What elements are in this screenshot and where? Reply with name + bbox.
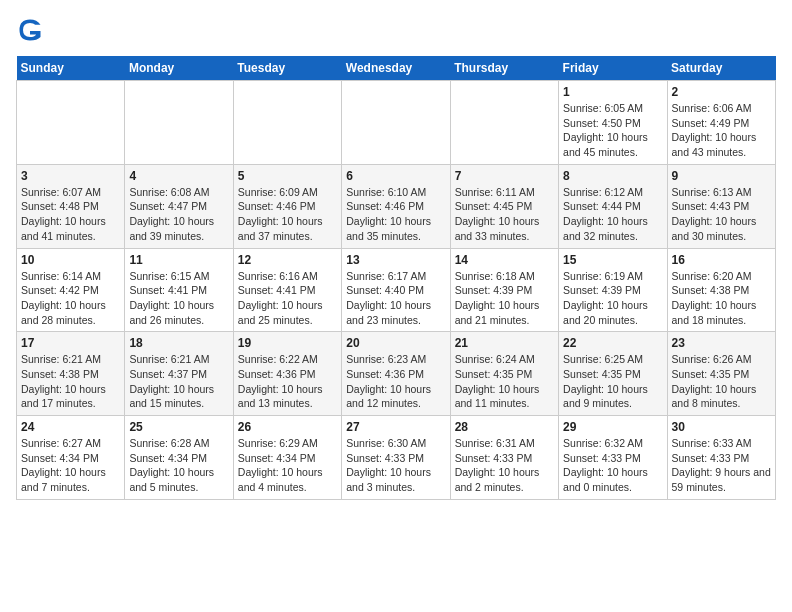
day-info: Sunrise: 6:08 AM Sunset: 4:47 PM Dayligh… [129, 185, 228, 244]
day-number: 19 [238, 336, 337, 350]
calendar-header: SundayMondayTuesdayWednesdayThursdayFrid… [17, 56, 776, 81]
day-cell: 28Sunrise: 6:31 AM Sunset: 4:33 PM Dayli… [450, 416, 558, 500]
day-info: Sunrise: 6:22 AM Sunset: 4:36 PM Dayligh… [238, 352, 337, 411]
day-cell: 12Sunrise: 6:16 AM Sunset: 4:41 PM Dayli… [233, 248, 341, 332]
day-number: 1 [563, 85, 662, 99]
day-number: 22 [563, 336, 662, 350]
day-info: Sunrise: 6:33 AM Sunset: 4:33 PM Dayligh… [672, 436, 771, 495]
day-info: Sunrise: 6:14 AM Sunset: 4:42 PM Dayligh… [21, 269, 120, 328]
day-cell: 16Sunrise: 6:20 AM Sunset: 4:38 PM Dayli… [667, 248, 775, 332]
day-number: 11 [129, 253, 228, 267]
day-number: 10 [21, 253, 120, 267]
day-cell: 8Sunrise: 6:12 AM Sunset: 4:44 PM Daylig… [559, 164, 667, 248]
day-number: 15 [563, 253, 662, 267]
header-day-saturday: Saturday [667, 56, 775, 81]
day-number: 16 [672, 253, 771, 267]
day-info: Sunrise: 6:05 AM Sunset: 4:50 PM Dayligh… [563, 101, 662, 160]
day-info: Sunrise: 6:27 AM Sunset: 4:34 PM Dayligh… [21, 436, 120, 495]
day-number: 12 [238, 253, 337, 267]
week-row-1: 1Sunrise: 6:05 AM Sunset: 4:50 PM Daylig… [17, 81, 776, 165]
day-number: 5 [238, 169, 337, 183]
day-cell: 29Sunrise: 6:32 AM Sunset: 4:33 PM Dayli… [559, 416, 667, 500]
day-cell: 20Sunrise: 6:23 AM Sunset: 4:36 PM Dayli… [342, 332, 450, 416]
day-cell: 24Sunrise: 6:27 AM Sunset: 4:34 PM Dayli… [17, 416, 125, 500]
day-cell: 9Sunrise: 6:13 AM Sunset: 4:43 PM Daylig… [667, 164, 775, 248]
day-cell: 18Sunrise: 6:21 AM Sunset: 4:37 PM Dayli… [125, 332, 233, 416]
day-cell: 21Sunrise: 6:24 AM Sunset: 4:35 PM Dayli… [450, 332, 558, 416]
day-cell: 1Sunrise: 6:05 AM Sunset: 4:50 PM Daylig… [559, 81, 667, 165]
day-cell: 22Sunrise: 6:25 AM Sunset: 4:35 PM Dayli… [559, 332, 667, 416]
day-info: Sunrise: 6:26 AM Sunset: 4:35 PM Dayligh… [672, 352, 771, 411]
day-number: 4 [129, 169, 228, 183]
day-info: Sunrise: 6:32 AM Sunset: 4:33 PM Dayligh… [563, 436, 662, 495]
day-number: 28 [455, 420, 554, 434]
day-cell [450, 81, 558, 165]
calendar-body: 1Sunrise: 6:05 AM Sunset: 4:50 PM Daylig… [17, 81, 776, 500]
day-number: 18 [129, 336, 228, 350]
day-info: Sunrise: 6:13 AM Sunset: 4:43 PM Dayligh… [672, 185, 771, 244]
day-cell: 15Sunrise: 6:19 AM Sunset: 4:39 PM Dayli… [559, 248, 667, 332]
day-info: Sunrise: 6:23 AM Sunset: 4:36 PM Dayligh… [346, 352, 445, 411]
day-number: 27 [346, 420, 445, 434]
day-number: 20 [346, 336, 445, 350]
day-number: 17 [21, 336, 120, 350]
day-cell: 11Sunrise: 6:15 AM Sunset: 4:41 PM Dayli… [125, 248, 233, 332]
day-cell: 17Sunrise: 6:21 AM Sunset: 4:38 PM Dayli… [17, 332, 125, 416]
day-cell: 13Sunrise: 6:17 AM Sunset: 4:40 PM Dayli… [342, 248, 450, 332]
day-info: Sunrise: 6:25 AM Sunset: 4:35 PM Dayligh… [563, 352, 662, 411]
logo [16, 16, 48, 44]
day-info: Sunrise: 6:11 AM Sunset: 4:45 PM Dayligh… [455, 185, 554, 244]
day-cell: 25Sunrise: 6:28 AM Sunset: 4:34 PM Dayli… [125, 416, 233, 500]
day-number: 24 [21, 420, 120, 434]
week-row-5: 24Sunrise: 6:27 AM Sunset: 4:34 PM Dayli… [17, 416, 776, 500]
logo-icon [16, 16, 44, 44]
day-cell: 26Sunrise: 6:29 AM Sunset: 4:34 PM Dayli… [233, 416, 341, 500]
header-day-monday: Monday [125, 56, 233, 81]
day-number: 23 [672, 336, 771, 350]
day-number: 29 [563, 420, 662, 434]
day-cell: 27Sunrise: 6:30 AM Sunset: 4:33 PM Dayli… [342, 416, 450, 500]
day-cell: 19Sunrise: 6:22 AM Sunset: 4:36 PM Dayli… [233, 332, 341, 416]
day-cell: 2Sunrise: 6:06 AM Sunset: 4:49 PM Daylig… [667, 81, 775, 165]
day-number: 9 [672, 169, 771, 183]
day-info: Sunrise: 6:06 AM Sunset: 4:49 PM Dayligh… [672, 101, 771, 160]
day-number: 6 [346, 169, 445, 183]
day-number: 25 [129, 420, 228, 434]
week-row-2: 3Sunrise: 6:07 AM Sunset: 4:48 PM Daylig… [17, 164, 776, 248]
header-day-wednesday: Wednesday [342, 56, 450, 81]
day-number: 30 [672, 420, 771, 434]
day-info: Sunrise: 6:20 AM Sunset: 4:38 PM Dayligh… [672, 269, 771, 328]
day-info: Sunrise: 6:09 AM Sunset: 4:46 PM Dayligh… [238, 185, 337, 244]
day-number: 8 [563, 169, 662, 183]
day-info: Sunrise: 6:18 AM Sunset: 4:39 PM Dayligh… [455, 269, 554, 328]
day-cell: 5Sunrise: 6:09 AM Sunset: 4:46 PM Daylig… [233, 164, 341, 248]
week-row-4: 17Sunrise: 6:21 AM Sunset: 4:38 PM Dayli… [17, 332, 776, 416]
day-info: Sunrise: 6:16 AM Sunset: 4:41 PM Dayligh… [238, 269, 337, 328]
page-header [16, 16, 776, 44]
day-info: Sunrise: 6:21 AM Sunset: 4:37 PM Dayligh… [129, 352, 228, 411]
header-day-thursday: Thursday [450, 56, 558, 81]
day-cell: 4Sunrise: 6:08 AM Sunset: 4:47 PM Daylig… [125, 164, 233, 248]
day-info: Sunrise: 6:07 AM Sunset: 4:48 PM Dayligh… [21, 185, 120, 244]
day-number: 13 [346, 253, 445, 267]
day-number: 26 [238, 420, 337, 434]
day-number: 3 [21, 169, 120, 183]
day-info: Sunrise: 6:17 AM Sunset: 4:40 PM Dayligh… [346, 269, 445, 328]
week-row-3: 10Sunrise: 6:14 AM Sunset: 4:42 PM Dayli… [17, 248, 776, 332]
day-info: Sunrise: 6:10 AM Sunset: 4:46 PM Dayligh… [346, 185, 445, 244]
day-info: Sunrise: 6:12 AM Sunset: 4:44 PM Dayligh… [563, 185, 662, 244]
day-cell: 7Sunrise: 6:11 AM Sunset: 4:45 PM Daylig… [450, 164, 558, 248]
day-info: Sunrise: 6:21 AM Sunset: 4:38 PM Dayligh… [21, 352, 120, 411]
day-cell [233, 81, 341, 165]
day-cell: 14Sunrise: 6:18 AM Sunset: 4:39 PM Dayli… [450, 248, 558, 332]
day-info: Sunrise: 6:29 AM Sunset: 4:34 PM Dayligh… [238, 436, 337, 495]
day-number: 14 [455, 253, 554, 267]
day-cell: 6Sunrise: 6:10 AM Sunset: 4:46 PM Daylig… [342, 164, 450, 248]
day-cell [17, 81, 125, 165]
day-cell: 3Sunrise: 6:07 AM Sunset: 4:48 PM Daylig… [17, 164, 125, 248]
calendar-table: SundayMondayTuesdayWednesdayThursdayFrid… [16, 56, 776, 500]
day-number: 7 [455, 169, 554, 183]
day-info: Sunrise: 6:31 AM Sunset: 4:33 PM Dayligh… [455, 436, 554, 495]
header-day-friday: Friday [559, 56, 667, 81]
header-day-tuesday: Tuesday [233, 56, 341, 81]
